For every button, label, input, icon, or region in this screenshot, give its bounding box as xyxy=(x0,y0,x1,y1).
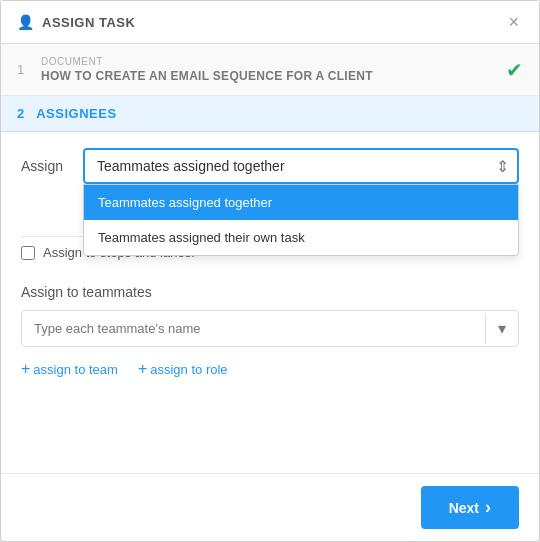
assign-to-team-button[interactable]: + assign to team xyxy=(21,361,118,377)
step2-label: ASSIGNEES xyxy=(36,106,116,121)
modal-title: ASSIGN TASK xyxy=(42,15,135,30)
person-icon: 👤 xyxy=(17,14,34,30)
teammate-input-row: ▾ xyxy=(21,310,519,347)
next-button[interactable]: Next › xyxy=(421,486,519,529)
modal-title-area: 👤 ASSIGN TASK xyxy=(17,14,135,30)
step2-number: 2 xyxy=(17,106,24,121)
assign-teammates-section: Assign to teammates ▾ + assign to team +… xyxy=(21,284,519,377)
chevron-down-icon: ▾ xyxy=(498,320,506,337)
teammate-input[interactable] xyxy=(22,311,485,346)
modal-footer: Next › xyxy=(1,473,539,541)
dropdown-option-1[interactable]: Teammates assigned together xyxy=(84,185,518,220)
dropdown-option-2[interactable]: Teammates assigned their own task xyxy=(84,220,518,255)
assign-dropdown[interactable]: Teammates assigned together xyxy=(83,148,519,184)
step1-doc-title: HOW TO CREATE AN EMAIL SEQUENCE FOR A CL… xyxy=(41,69,506,83)
teammate-dropdown-button[interactable]: ▾ xyxy=(486,319,518,338)
assign-team-label: assign to team xyxy=(33,362,118,377)
assign-row: Assign Teammates assigned together ⇕ Tea… xyxy=(21,148,519,184)
assign-steps-lanes-checkbox[interactable] xyxy=(21,246,35,260)
step1-label: DOCUMENT xyxy=(41,56,506,67)
modal-header: 👤 ASSIGN TASK × xyxy=(1,1,539,44)
plus-role-icon: + xyxy=(138,361,147,377)
assign-teammates-title: Assign to teammates xyxy=(21,284,519,300)
step1-content: DOCUMENT HOW TO CREATE AN EMAIL SEQUENCE… xyxy=(41,56,506,83)
next-label: Next xyxy=(449,500,479,516)
close-button[interactable]: × xyxy=(504,11,523,33)
assign-role-label: assign to role xyxy=(150,362,227,377)
next-arrow-icon: › xyxy=(485,497,491,518)
dropdown-container: Teammates assigned together ⇕ Teammates … xyxy=(83,148,519,184)
step1-document: 1 DOCUMENT HOW TO CREATE AN EMAIL SEQUEN… xyxy=(1,44,539,96)
modal-body: Assign Teammates assigned together ⇕ Tea… xyxy=(1,132,539,473)
step1-number: 1 xyxy=(17,62,29,77)
plus-team-icon: + xyxy=(21,361,30,377)
assign-to-role-button[interactable]: + assign to role xyxy=(138,361,228,377)
step1-check-icon: ✔ xyxy=(506,58,523,82)
dropdown-popup: Teammates assigned together Teammates as… xyxy=(83,184,519,256)
assign-task-modal: 👤 ASSIGN TASK × 1 DOCUMENT HOW TO CREATE… xyxy=(0,0,540,542)
assign-label: Assign xyxy=(21,158,71,174)
link-row: + assign to team + assign to role xyxy=(21,361,519,377)
step2-assignees: 2 ASSIGNEES xyxy=(1,96,539,132)
